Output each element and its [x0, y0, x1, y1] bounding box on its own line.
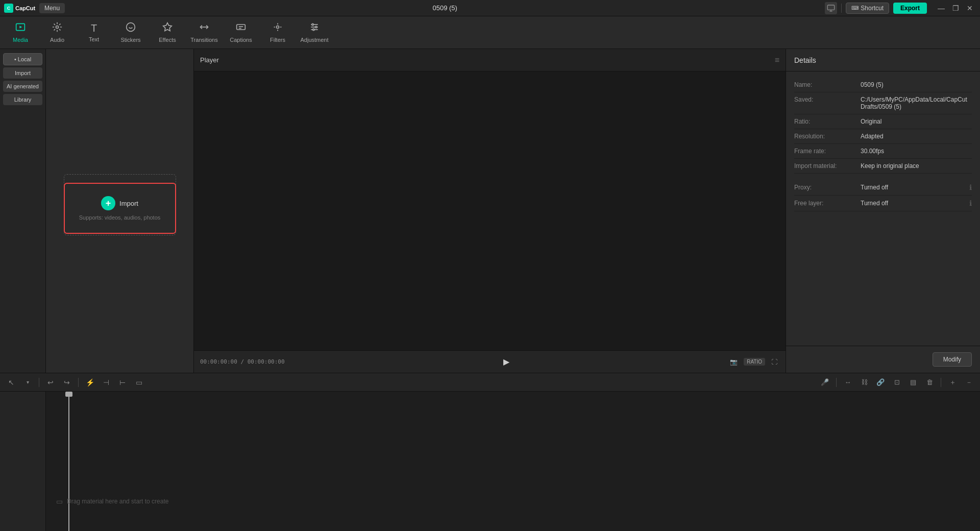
svg-point-14	[277, 26, 279, 29]
trim-next[interactable]: ⊢	[115, 375, 130, 390]
value-import-material: Keep in original place	[861, 162, 972, 170]
media-icon	[15, 22, 26, 35]
label-import-material: Import material:	[794, 162, 861, 170]
undo-button[interactable]: ↩	[43, 375, 58, 390]
stickers-icon	[126, 22, 136, 35]
drag-hint: ▭ Drag material here and start to create	[56, 497, 168, 505]
detail-row-saved: Saved: C:/Users/MyPC/AppData/Local/CapCu…	[794, 92, 972, 114]
cursor-tool[interactable]: ↖	[4, 375, 18, 390]
import-sublabel: Supports: videos, audios, photos	[79, 214, 161, 221]
zoom-out-btn[interactable]: －	[962, 375, 976, 390]
timeline-tracks[interactable]: ▭ Drag material here and start to create	[46, 392, 980, 531]
logo: C CapCut	[4, 4, 35, 13]
transitions-label: Transitions	[190, 37, 217, 43]
toolbar-filters[interactable]: Filters	[259, 18, 296, 47]
minimize-button[interactable]: —	[935, 2, 947, 14]
split-button[interactable]: ⚡	[83, 375, 97, 390]
toolbar-stickers[interactable]: Stickers	[112, 18, 149, 47]
close-button[interactable]: ✕	[964, 2, 976, 14]
menu-button[interactable]: Menu	[39, 3, 65, 13]
details-title: Details	[794, 56, 816, 64]
restore-button[interactable]: ❐	[949, 2, 962, 14]
monitor-icon[interactable]	[825, 2, 837, 14]
caption-btn[interactable]: ▤	[906, 375, 920, 390]
label-freelayer: Free layer:	[794, 200, 861, 207]
main-content: • Local Import AI generated Library + Im…	[0, 49, 980, 373]
details-body: Name: 0509 (5) Saved: C:/Users/MyPC/AppD…	[786, 71, 980, 346]
right-panel: Details Name: 0509 (5) Saved: C:/Users/M…	[786, 49, 980, 373]
adjustment-label: Adjustment	[300, 37, 328, 43]
left-panel: • Local Import AI generated Library + Im…	[0, 49, 194, 373]
transitions-icon	[199, 22, 209, 35]
detail-row-import-material: Import material: Keep in original place	[794, 159, 972, 174]
screenshot-button[interactable]: 📷	[728, 357, 740, 367]
import-label: Import	[119, 200, 138, 207]
sidebar-ai-generated[interactable]: AI generated	[3, 81, 42, 92]
logo-text: CapCut	[15, 5, 35, 11]
toolbar-captions[interactable]: Captions	[223, 18, 259, 47]
import-box[interactable]: + Import Supports: videos, audios, photo…	[64, 183, 176, 234]
text-icon: T	[91, 22, 97, 34]
fullscreen-button[interactable]: ⛶	[769, 357, 779, 367]
cursor-dropdown[interactable]: ▾	[20, 375, 35, 390]
zoom-out-link[interactable]: ↔	[841, 375, 855, 390]
redo-button[interactable]: ↪	[60, 375, 74, 390]
freelayer-info-icon[interactable]: ℹ	[969, 199, 972, 207]
captions-icon	[236, 22, 246, 35]
modify-button[interactable]: Modify	[933, 352, 972, 367]
label-framerate: Frame rate:	[794, 148, 861, 155]
toolbar-media[interactable]: Media	[2, 18, 39, 47]
audio-icon	[52, 22, 62, 35]
window-controls: — ❐ ✕	[935, 2, 976, 14]
zoom-in-btn[interactable]: ＋	[945, 375, 960, 390]
toolbar-adjustment[interactable]: Adjustment	[296, 18, 333, 47]
svg-point-20	[313, 29, 314, 30]
sidebar-local[interactable]: • Local	[3, 53, 42, 65]
left-area: • Local Import AI generated Library + Im…	[0, 49, 193, 373]
sidebar-import[interactable]: Import	[3, 67, 42, 79]
media-label: Media	[13, 37, 28, 43]
export-button[interactable]: Export	[893, 3, 927, 14]
link-button[interactable]: ⛓	[857, 375, 871, 390]
unlink-button[interactable]: 🔗	[873, 375, 888, 390]
trim-prev[interactable]: ⊣	[99, 375, 113, 390]
toolbar-text[interactable]: T Text	[76, 18, 112, 47]
svg-marker-9	[163, 23, 172, 31]
media-content: + Import Supports: videos, audios, photo…	[46, 49, 193, 373]
timeline-right-controls: 🎤 ↔ ⛓ 🔗 ⊡ ▤ 🗑 ＋ －	[818, 375, 976, 390]
value-name: 0509 (5)	[861, 81, 972, 88]
toolbar-audio[interactable]: Audio	[39, 18, 76, 47]
ratio-tag[interactable]: RATIO	[744, 358, 765, 366]
proxy-info-icon[interactable]: ℹ	[969, 183, 972, 191]
player-title: Player	[200, 56, 219, 64]
filters-label: Filters	[270, 37, 285, 43]
effects-icon	[162, 22, 173, 35]
main-toolbar: Media Audio T Text Stickers Effects Tran…	[0, 16, 980, 49]
detail-row-proxy: Proxy: Turned off ℹ	[794, 180, 972, 196]
player-menu-icon[interactable]: ≡	[775, 56, 779, 65]
svg-point-18	[312, 23, 313, 25]
detail-row-resolution: Resolution: Adapted	[794, 129, 972, 144]
left-sidebar: • Local Import AI generated Library	[0, 49, 46, 373]
group-button[interactable]: ▭	[132, 375, 146, 390]
svg-point-6	[127, 23, 135, 32]
value-freelayer: Turned off	[861, 200, 969, 207]
sidebar-library[interactable]: Library	[3, 94, 42, 105]
svg-point-19	[315, 26, 317, 28]
detail-row-freelayer: Free layer: Turned off ℹ	[794, 196, 972, 211]
keyboard-icon: ⌨	[851, 5, 859, 11]
top-right-controls: ⌨ Shortcut Export — ❐ ✕	[825, 2, 976, 14]
toolbar-effects[interactable]: Effects	[149, 18, 186, 47]
timeline-tracks-label	[0, 392, 46, 531]
toolbar-transitions[interactable]: Transitions	[186, 18, 223, 47]
playhead	[68, 392, 69, 531]
shortcut-button[interactable]: ⌨ Shortcut	[846, 3, 889, 14]
play-button[interactable]: ▶	[503, 357, 509, 367]
drag-icon: ▭	[56, 497, 63, 505]
mic-button[interactable]: 🎤	[818, 375, 832, 390]
snap-button[interactable]: ⊡	[890, 375, 904, 390]
import-plus-icon: +	[101, 196, 115, 210]
time-display: 00:00:00:00 / 00:00:00:00	[200, 358, 285, 365]
delete-btn[interactable]: 🗑	[922, 375, 937, 390]
adjustment-icon	[309, 22, 320, 35]
